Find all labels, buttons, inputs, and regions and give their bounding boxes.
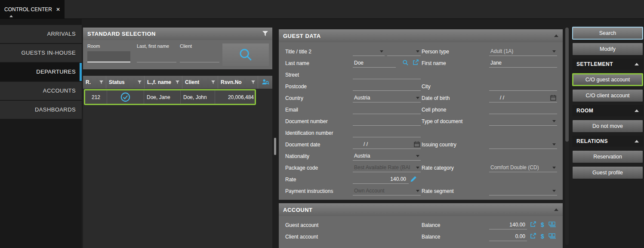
guest-data-row: Country Austria Date of birth / / xyxy=(279,93,563,104)
edit-rate-icon[interactable] xyxy=(410,176,417,182)
tab-dropdown-caret-icon[interactable] xyxy=(9,15,13,17)
co-client-account-button[interactable]: C/O client account xyxy=(572,89,643,102)
package-code-select[interactable]: Best Available Rate (BAI xyxy=(353,163,421,172)
tab-close-icon[interactable]: ✕ xyxy=(56,6,60,12)
banknotes-icon[interactable] xyxy=(548,233,556,239)
post-charge-icon[interactable]: $ xyxy=(541,233,544,240)
last-name-input[interactable]: Doe xyxy=(353,59,396,68)
package-code-label: Package code xyxy=(285,165,318,171)
open-profile-icon[interactable] xyxy=(413,59,419,65)
document-date-input[interactable]: / / xyxy=(353,140,421,149)
sidebar-item-departures[interactable]: DEPARTURES xyxy=(0,63,82,81)
type-of-document-select[interactable] xyxy=(489,117,557,126)
settlement-section-header[interactable]: SETTLEMENT xyxy=(572,59,643,70)
sidebar-item-label: GUESTS IN-HOUSE xyxy=(21,50,76,56)
guest-data-row: Payment instructions Own Account Rate se… xyxy=(279,186,563,197)
nationality-select[interactable]: Austria xyxy=(353,152,421,161)
search-button-large[interactable] xyxy=(222,43,269,66)
country-select[interactable]: Austria xyxy=(353,93,421,102)
identification-number-input[interactable] xyxy=(353,128,421,137)
guest-account-row: Guest account Balance 140.00 $ xyxy=(279,220,563,231)
sidebar-item-guests-in-house[interactable]: GUESTS IN-HOUSE xyxy=(0,44,82,62)
filter-icon[interactable] xyxy=(211,81,215,84)
issuing-country-select[interactable] xyxy=(489,140,557,149)
street-label: Street xyxy=(285,72,299,78)
rate-label: Rate xyxy=(285,177,296,183)
post-charge-icon[interactable]: $ xyxy=(541,221,544,228)
calendar-icon[interactable] xyxy=(550,95,556,102)
collapse-section-icon[interactable] xyxy=(635,140,639,143)
guest-profile-button[interactable]: Guest profile xyxy=(572,166,643,179)
cell-name[interactable]: Doe, Jane xyxy=(144,90,181,104)
search-button[interactable]: Search xyxy=(572,27,643,40)
column-header-rsvn-no[interactable]: Rsvn.No xyxy=(218,76,258,89)
sidebar-item-dashboards[interactable]: DASHBOARDS xyxy=(0,101,82,119)
room-section-header[interactable]: ROOM xyxy=(572,105,643,116)
date-of-birth-input[interactable]: / / xyxy=(489,93,557,102)
name-input[interactable] xyxy=(137,51,176,62)
cell-phone-input[interactable] xyxy=(489,105,557,114)
collapse-section-icon[interactable] xyxy=(635,63,639,65)
rate-segment-select[interactable] xyxy=(489,186,557,195)
banknotes-icon[interactable] xyxy=(548,221,556,227)
filter-icon[interactable] xyxy=(138,81,142,84)
filter-icon[interactable] xyxy=(99,81,103,84)
client-input[interactable] xyxy=(180,51,219,62)
sidebar-item-arrivals[interactable]: ARRIVALS xyxy=(0,25,82,43)
scrollbar-thumb[interactable] xyxy=(565,28,569,142)
panel-title: STANDARD SELECTION xyxy=(87,31,262,37)
rate-segment-label: Rate segment xyxy=(422,188,454,194)
client-balance-value: 0.00 xyxy=(489,232,527,241)
collapse-section-icon[interactable] xyxy=(635,109,639,112)
calendar-icon[interactable] xyxy=(414,141,420,149)
collapse-panel-icon[interactable] xyxy=(554,208,558,211)
co-guest-account-button[interactable]: C/O guest account xyxy=(572,73,643,86)
room-input[interactable] xyxy=(87,51,130,62)
column-header-room[interactable]: R. xyxy=(83,76,106,89)
tab-control-center[interactable]: CONTROL CENTER ✕ xyxy=(0,0,65,19)
guest-data-row: Identification number xyxy=(279,127,563,139)
guest-data-row: Street xyxy=(279,69,563,81)
reservation-button[interactable]: Reservation xyxy=(572,150,643,163)
column-header-name[interactable]: L.,f. name xyxy=(145,76,182,89)
action-bar: Search Modify SETTLEMENT C/O guest accou… xyxy=(572,0,643,248)
city-input[interactable] xyxy=(489,82,557,91)
title2-select[interactable] xyxy=(387,47,421,56)
rate-input[interactable]: 140.00 xyxy=(353,175,409,184)
filter-icon[interactable] xyxy=(262,31,268,37)
open-account-icon[interactable] xyxy=(530,233,536,239)
panel-splitter-handle[interactable] xyxy=(274,138,276,155)
document-number-input[interactable] xyxy=(353,117,421,126)
table-row-selected[interactable]: 212 Doe, Jane Doe, John 20,006,484 xyxy=(84,89,256,105)
rate-category-select[interactable]: Comfort Double (CD) xyxy=(489,163,557,172)
first-name-input[interactable]: Jane xyxy=(489,59,557,68)
street-input[interactable] xyxy=(353,70,421,79)
relations-section-header[interactable]: RELATIONS xyxy=(572,136,643,147)
filter-icon[interactable] xyxy=(176,81,179,84)
column-header-client[interactable]: Client xyxy=(182,76,218,89)
cell-status[interactable] xyxy=(107,90,144,104)
person-type-select[interactable]: Adult (1A) xyxy=(489,47,557,56)
cell-rsvn-no[interactable]: 20,006,484 xyxy=(215,90,255,104)
cell-client[interactable]: Doe, John xyxy=(181,90,215,104)
column-header-status[interactable]: Status xyxy=(106,76,145,89)
vertical-scrollbar[interactable] xyxy=(565,28,569,245)
standard-selection-header: STANDARD SELECTION xyxy=(83,28,272,40)
title-select[interactable] xyxy=(353,47,385,56)
payment-instructions-select[interactable]: Own Account xyxy=(353,186,421,195)
cell-room[interactable]: 212 xyxy=(85,90,107,104)
name-label: Last, first name xyxy=(137,43,169,49)
modify-button[interactable]: Modify xyxy=(572,43,643,56)
guest-search-icon[interactable] xyxy=(258,76,272,89)
do-not-move-button[interactable]: Do not move xyxy=(572,120,643,133)
balance-label: Balance xyxy=(422,222,440,228)
search-profile-icon[interactable] xyxy=(402,59,409,66)
rate-category-label: Rate category xyxy=(422,165,454,171)
sidebar-item-accounts[interactable]: ACCOUNTS xyxy=(0,82,82,100)
email-input[interactable] xyxy=(353,105,421,114)
filter-icon[interactable] xyxy=(251,81,255,84)
open-account-icon[interactable] xyxy=(530,221,536,227)
type-of-document-label: Type of document xyxy=(422,118,462,124)
postcode-input[interactable] xyxy=(353,82,421,91)
collapse-panel-icon[interactable] xyxy=(554,34,558,37)
